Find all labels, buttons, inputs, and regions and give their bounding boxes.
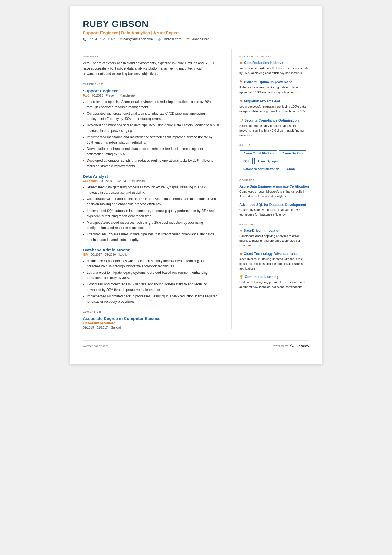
- phone-item: 📞 +44 20 7123 4567: [83, 37, 115, 41]
- passion-1-title: ★ Data-Driven Innovation: [239, 229, 309, 233]
- flag-icon: ⚑: [239, 80, 243, 84]
- job-1-meta: PwC 03/2023 - Present Manchester: [83, 94, 220, 97]
- right-column: KEY ACHIEVEMENTS ★ Cost Reduction Initia…: [231, 49, 309, 329]
- summary-text: With 5 years of experience in cloud envi…: [83, 61, 220, 77]
- job-3-bullets: Maintained SQL databases with a focus on…: [87, 258, 220, 305]
- achievement-1: ★ Cost Reduction Initiative Implemented …: [239, 61, 309, 75]
- linkedin-item: 🔗 linkedin.com: [158, 37, 181, 41]
- skill-cicd: CI/CD: [284, 166, 298, 172]
- course-2-title: Advanced SQL for Database Development: [239, 203, 309, 207]
- phone-value: +44 20 7123 4567: [88, 37, 115, 41]
- candidate-title: Support Engineer | Data Analytics | Azur…: [83, 30, 309, 35]
- achievement-2-text: Enhanced system monitoring, raising plat…: [239, 85, 309, 95]
- star-icon: ★: [239, 61, 243, 65]
- job-3-title: Database Administrator: [83, 248, 220, 252]
- job-3: Database Administrator IBM 09/2017 - 05/…: [83, 248, 220, 305]
- contact-line: 📞 +44 20 7123 4567 ✉ help@enhancv.com 🔗 …: [83, 37, 309, 41]
- passions-section: PASSIONS ★ Data-Driven Innovation Passio…: [239, 223, 309, 289]
- shield-icon: 🛡: [239, 118, 243, 122]
- list-item: Implemented monitoring and maintenance s…: [87, 135, 220, 145]
- achievement-3: ⚑ Migration Project Lead Led a successfu…: [239, 99, 309, 114]
- enhancv-logo: Enhancv: [289, 344, 309, 348]
- list-item: Maintained SQL databases with a focus on…: [87, 258, 220, 269]
- skill-azure-cloud: Azure Cloud Platform: [240, 150, 277, 156]
- passion-3-title: 🏆 Continuous Learning: [239, 275, 309, 279]
- linkedin-value: linkedin.com: [163, 37, 181, 41]
- job-3-meta: IBM 09/2017 - 05/2020 Leeds: [83, 253, 220, 256]
- achievement-4: 🛡 Security Compliance Optimisation Stren…: [239, 118, 309, 138]
- resume-layout: SUMMARY With 5 years of experience in cl…: [83, 49, 309, 329]
- email-value: help@enhancv.com: [123, 37, 153, 41]
- course-1-title: Azure Data Engineer Associate Certificat…: [239, 184, 309, 188]
- footer: www.enhancv.com Powered by Enhancv: [83, 340, 309, 348]
- list-item: Streamlined data gathering processes thr…: [87, 185, 220, 195]
- achievement-2-title: ⚑ Platform Uptime Improvement: [239, 80, 309, 84]
- passion-2-title: ★ Cloud Technology Advancements: [239, 252, 309, 256]
- passion-2: ★ Cloud Technology Advancements Keen int…: [239, 252, 309, 271]
- resume-page: RUBY GIBSON Support Engineer | Data Anal…: [70, 6, 322, 364]
- achievements-label: KEY ACHIEVEMENTS: [239, 55, 309, 58]
- course-1-text: Completed through Microsoft to enhance s…: [239, 189, 309, 199]
- list-item: Executed security measures in data pipel…: [87, 232, 220, 242]
- experience-label: EXPERIENCE: [83, 83, 220, 86]
- achievement-3-text: Led a successful migration, achieving 10…: [239, 104, 309, 114]
- passions-label: PASSIONS: [239, 223, 309, 226]
- skills-grid: Azure Cloud Platform Azure DevOps SQL Az…: [239, 149, 309, 173]
- achievement-1-title: ★ Cost Reduction Initiative: [239, 61, 309, 65]
- passion-3: 🏆 Continuous Learning Dedicated to ongoi…: [239, 275, 309, 289]
- phone-icon: 📞: [83, 38, 87, 41]
- summary-label: SUMMARY: [83, 55, 220, 58]
- course-2-text: Course by Udemy focusing on advanced SQL…: [239, 208, 309, 217]
- list-item: Configured and monitored Linux servers, …: [87, 282, 220, 292]
- experience-section: EXPERIENCE Support Engineer PwC 03/2023 …: [83, 83, 220, 305]
- passion-2-icon: ★: [239, 252, 242, 256]
- skill-db-admin: Database Administration: [240, 166, 282, 172]
- skill-sql: SQL: [240, 158, 253, 164]
- email-item: ✉ help@enhancv.com: [120, 37, 153, 41]
- list-item: Managed Azure cloud resources, achieving…: [87, 220, 220, 231]
- achievement-1-text: Implemented strategies that decreased cl…: [239, 66, 309, 75]
- list-item: Collaborated with IT and business teams …: [87, 196, 220, 207]
- course-2: Advanced SQL for Database Development Co…: [239, 203, 309, 217]
- education-section: EDUCATION Associate Degree in Computer S…: [83, 310, 220, 329]
- achievement-2: ⚑ Platform Uptime Improvement Enhanced s…: [239, 80, 309, 95]
- skills-label: SKILLS: [239, 144, 309, 147]
- courses-label: COURSES: [239, 179, 309, 182]
- skill-azure-devops: Azure DevOps: [279, 150, 306, 156]
- passion-3-text: Dedicated to ongoing personal developmen…: [239, 280, 309, 289]
- achievement-4-text: Strengthened security protocols across t…: [239, 124, 309, 138]
- job-3-company: IBM: [83, 253, 88, 256]
- powered-by-text: Powered by: [272, 344, 288, 347]
- job-1: Support Engineer PwC 03/2023 - Present M…: [83, 88, 220, 169]
- edu-degree: Associate Degree in Computer Science: [83, 316, 220, 321]
- job-2-bullets: Streamlined data gathering processes thr…: [87, 185, 220, 243]
- location-icon: 📍: [186, 38, 190, 41]
- passion-2-text: Keen interest in staying updated with th…: [239, 257, 309, 271]
- job-2-title: Data Analyst: [83, 174, 220, 179]
- job-1-title: Support Engineer: [83, 88, 220, 93]
- education-label: EDUCATION: [83, 310, 220, 313]
- list-item: Collaborated with cross-functional teams…: [87, 111, 220, 122]
- achievement-3-title: ⚑ Migration Project Lead: [239, 99, 309, 103]
- list-item: Implemented SQL database improvements, i…: [87, 208, 220, 219]
- job-2-company: Capgemini: [83, 179, 98, 182]
- linkedin-icon: 🔗: [158, 38, 162, 41]
- passion-1: ★ Data-Driven Innovation Passionate abou…: [239, 229, 309, 248]
- email-icon: ✉: [120, 38, 122, 41]
- skills-section: SKILLS Azure Cloud Platform Azure DevOps…: [239, 144, 309, 173]
- candidate-name: RUBY GIBSON: [83, 19, 309, 29]
- skill-azure-synapse: Azure Synapse: [254, 158, 282, 164]
- edu-item-1: Associate Degree in Computer Science Uni…: [83, 316, 220, 329]
- location-item: 📍 Manchester: [186, 37, 209, 41]
- enhancv-logo-svg: [289, 344, 296, 348]
- job-1-company: PwC: [83, 94, 90, 97]
- edu-meta: 01/2015 - 01/2017 Salford: [83, 326, 220, 329]
- list-item: Led a team to optimise Azure cloud envir…: [87, 99, 220, 110]
- list-item: Led a project to migrate legacy systems …: [87, 270, 220, 281]
- footer-url: www.enhancv.com: [83, 344, 108, 347]
- passion-1-text: Passionate about applying analytics to d…: [239, 234, 309, 248]
- list-item: Developed automation scripts that reduce…: [87, 158, 220, 169]
- footer-powered: Powered by Enhancv: [272, 344, 309, 348]
- list-item: Designed and managed secure data pipelin…: [87, 123, 220, 133]
- brand-name: Enhancv: [296, 344, 309, 347]
